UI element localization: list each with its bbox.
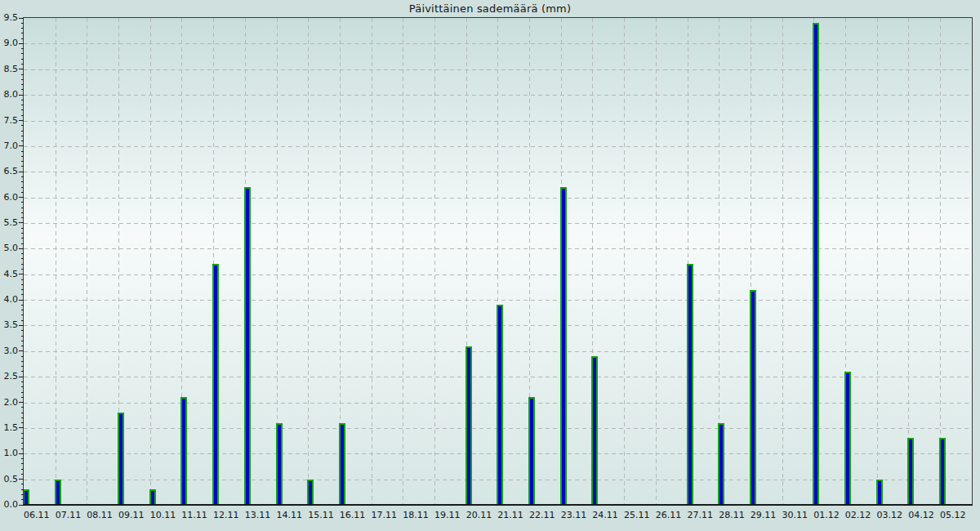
x-tick-label: 10.11 [143,510,184,520]
x-tick-label: 15.11 [301,510,341,520]
y-tick-label: 0.5 [0,474,18,485]
y-tick-label: 8.0 [0,89,18,100]
bar [118,413,124,505]
x-tick-label: 08.11 [79,510,120,520]
v-gridline [150,18,151,505]
x-tick-label: 11.11 [174,510,215,520]
x-tick-label: 25.11 [617,510,657,520]
x-tick-label: 13.11 [238,510,278,520]
v-gridline [372,18,372,505]
v-gridline [56,18,56,505]
chart-canvas: Päivittäinen sademäärä (mm) 0.00.51.01.5… [0,0,980,531]
bar [339,423,345,505]
x-tick-label: 01.12 [806,510,847,520]
bar [24,489,29,505]
chart-title: Päivittäinen sademäärä (mm) [0,2,980,15]
v-gridline [656,18,657,505]
bar [466,346,472,505]
y-tick-label: 7.0 [0,141,18,152]
x-tick-label: 16.11 [332,510,373,520]
y-tick-label: 1.0 [0,448,18,459]
v-gridline [908,18,909,505]
bar [876,480,883,505]
x-tick-label: 09.11 [111,510,152,520]
bar [813,23,819,505]
v-gridline [434,18,435,505]
y-tick-label: 2.5 [0,371,18,382]
x-tick-label: 05.12 [933,510,973,520]
v-gridline [782,18,783,505]
x-tick-label: 03.12 [869,510,910,520]
v-gridline [403,18,403,505]
bar [497,305,503,505]
bar [939,438,946,505]
bar [149,489,156,505]
y-tick-label: 3.0 [0,346,18,357]
y-tick-label: 1.5 [0,422,18,434]
x-tick-label: 30.11 [774,510,815,520]
x-tick-label: 02.12 [838,510,879,520]
x-tick-label: 04.12 [901,510,942,520]
v-gridline [308,18,309,505]
bar [55,480,61,505]
v-gridline [940,18,941,505]
x-tick-label: 20.11 [458,510,499,520]
bar [687,264,693,505]
bar [307,480,314,505]
x-tick-label: 23.11 [553,510,594,520]
bar [212,264,219,505]
y-tick-label: 6.0 [0,192,18,203]
y-tick-label: 2.0 [0,397,18,408]
x-tick-label: 18.11 [395,510,436,520]
x-tick-label: 21.11 [490,510,531,520]
bar [528,397,535,505]
x-tick-label: 29.11 [743,510,784,520]
x-tick-label: 22.11 [522,510,563,520]
bar [560,187,567,505]
y-tick-label: 4.5 [0,269,18,280]
v-gridline [87,18,87,505]
y-tick-label: 0.0 [0,499,18,511]
x-tick-label: 17.11 [363,510,404,520]
v-gridline [877,18,878,505]
y-tick-label: 5.0 [0,243,18,254]
x-tick-label: 24.11 [585,510,626,520]
x-tick-label: 19.11 [427,510,468,520]
x-tick-label: 14.11 [269,510,310,520]
y-tick-label: 8.5 [0,64,18,75]
x-tick-label: 12.11 [206,510,247,520]
bar [718,423,724,505]
y-tick-label: 7.5 [0,115,18,127]
bar [591,356,598,505]
v-gridline [624,18,625,505]
bar [750,290,756,505]
bar [844,372,851,505]
y-tick-label: 9.0 [0,38,18,49]
x-tick-label: 27.11 [679,510,720,520]
y-tick-label: 3.5 [0,319,18,331]
plot-area [24,18,972,505]
x-tick-label: 28.11 [711,510,752,520]
bar [244,187,251,505]
bar [180,397,187,505]
y-tick-label: 6.5 [0,166,18,177]
bar [907,438,914,505]
x-tick-label: 26.11 [648,510,689,520]
x-tick-label: 07.11 [47,510,88,520]
x-tick-label: 06.11 [16,510,57,520]
bar [276,423,283,505]
y-tick-label: 4.0 [0,294,18,306]
y-tick-label: 5.5 [0,217,18,229]
